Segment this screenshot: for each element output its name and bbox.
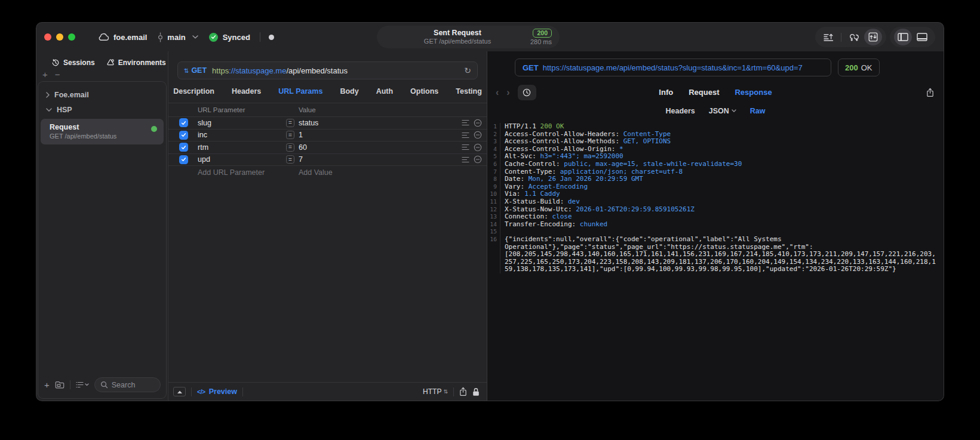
request-tab-body[interactable]: Body [340,87,358,96]
response-status-box: 200 OK [838,59,880,76]
response-panel: GET https://statuspage.me/api/embed/stat… [487,51,944,401]
previous-response-button[interactable]: ‹ [496,87,499,98]
add-param-value-placeholder[interactable]: Add Value [299,168,333,177]
tab-sessions[interactable]: Sessions [51,59,95,67]
remove-session-button[interactable]: − [55,70,60,80]
request-tab-testing[interactable]: Testing [456,87,482,96]
param-value-field[interactable]: 7 [299,155,462,164]
request-panel-footer: </> Preview HTTP ⇅ [168,382,487,401]
response-subtab-json[interactable]: JSON [709,107,736,115]
param-value-field[interactable]: 60 [299,143,462,152]
close-window-button[interactable] [44,33,51,41]
toggle-bottom-layout-button[interactable] [913,29,931,45]
chevron-right-icon [46,92,50,98]
search-icon [100,381,108,389]
response-history-button[interactable] [518,85,536,100]
branch-selector[interactable]: main [158,32,198,42]
toggle-sidebar-layout-button[interactable] [894,29,912,45]
preview-label: Preview [209,387,237,396]
share-request-button[interactable] [459,387,467,396]
param-name-field[interactable]: slug [198,119,286,127]
project-menu[interactable]: foe.email [98,33,147,42]
new-request-button[interactable]: + [44,381,50,389]
sync-square-icon [868,32,878,42]
param-text-options-icon[interactable] [462,144,469,150]
lock-icon[interactable] [472,387,480,396]
response-tab-response[interactable]: Response [735,88,772,97]
share-response-button[interactable] [926,88,934,97]
response-subtab-headers[interactable]: Headers [665,107,695,115]
tree-group-foe-email[interactable]: Foe.email [38,87,166,102]
remove-param-icon[interactable] [474,155,482,164]
line-number: 14 [487,221,500,229]
collapse-panel-button[interactable] [173,387,186,396]
sent-request-url[interactable]: GET https://statuspage.me/api/embed/stat… [515,59,831,76]
remove-param-icon[interactable] [474,143,482,152]
sidebar: Sessions Environments + − [36,51,168,401]
remove-param-icon[interactable] [474,131,482,139]
request-method[interactable]: GET [191,66,207,75]
sort-lines-icon [824,33,834,41]
param-enabled-checkbox[interactable] [179,143,188,152]
param-text-options-icon[interactable] [462,156,469,163]
request-tab-options[interactable]: Options [410,87,438,96]
request-tab-description[interactable]: Description [173,87,214,96]
param-enabled-checkbox[interactable] [179,155,188,164]
protocol-selector[interactable]: HTTP ⇅ [423,387,448,396]
request-status-pill[interactable]: Sent Request GET /api/embed/status 200 2… [377,26,560,48]
line-content: {"incidents":null,"overall":{"code":"ope… [500,236,944,273]
response-status-code: 200 [845,63,858,72]
group-by-button[interactable] [76,381,89,388]
sort-requests-button[interactable] [819,29,837,45]
request-tab-auth[interactable]: Auth [376,87,393,96]
param-enabled-checkbox[interactable] [179,118,188,127]
line-number: 2 [487,131,500,139]
response-tab-request[interactable]: Request [689,88,719,97]
param-name-field[interactable]: inc [198,131,286,139]
tree-group-label: HSP [57,106,72,114]
param-value-field[interactable]: status [299,119,462,127]
request-tab-url-params[interactable]: URL Params [278,87,322,96]
sync-status[interactable]: Synced [209,33,250,42]
param-value-field[interactable]: 1 [299,131,462,139]
tab-environments[interactable]: Environments [106,59,166,67]
remove-param-icon[interactable] [474,119,482,127]
add-param-row[interactable]: Add URL Parameter Add Value [168,166,487,179]
link-requests-button[interactable] [845,29,863,45]
params-table-header: URL Parameter Value [168,103,487,117]
param-text-options-icon[interactable] [462,132,469,139]
sidebar-search[interactable] [94,377,161,392]
request-status-dot [151,126,157,132]
request-status-title: Sent Request [397,29,518,38]
resend-request-icon[interactable]: ↻ [464,66,471,75]
import-export-button[interactable] [864,29,882,45]
param-name-field[interactable]: rtm [198,143,286,152]
add-param-name-placeholder[interactable]: Add URL Parameter [198,168,299,177]
next-response-button[interactable]: › [506,87,509,98]
sidebar-request-item[interactable]: Request GET /api/embed/status [41,119,164,144]
response-code-line: 16 {"incidents":null,"overall":{"code":"… [487,236,944,273]
line-number: 7 [487,168,500,176]
tree-group-hsp[interactable]: HSP [38,102,166,117]
response-tabs: InfoRequestResponse [487,88,944,97]
response-tab-info[interactable]: Info [659,88,673,97]
request-url-bar[interactable]: ⇅ GET https://statuspage.me/api/embed/st… [177,61,478,79]
zoom-window-button[interactable] [68,33,75,41]
sync-label: Synced [223,33,250,42]
response-subtab-raw[interactable]: Raw [750,107,766,115]
layout-bottom-panel-icon [917,33,927,41]
param-name-field[interactable]: upd [198,155,286,164]
request-duration: 280 ms [530,38,552,45]
new-folder-button[interactable] [55,381,64,389]
add-session-button[interactable]: + [42,70,48,80]
param-text-options-icon[interactable] [462,119,469,126]
response-body[interactable]: 1 HTTP/1.1 200 OK 2 Access-Control-Allow… [487,119,944,401]
param-enabled-checkbox[interactable] [179,131,188,140]
hooks-icon [849,33,859,41]
preview-button[interactable]: </> Preview [197,387,237,396]
search-input[interactable] [112,381,155,389]
response-status-text: OK [861,63,873,72]
request-tab-headers[interactable]: Headers [232,87,261,96]
minimize-window-button[interactable] [56,33,63,41]
url-path: /api/embed/status [286,66,348,75]
